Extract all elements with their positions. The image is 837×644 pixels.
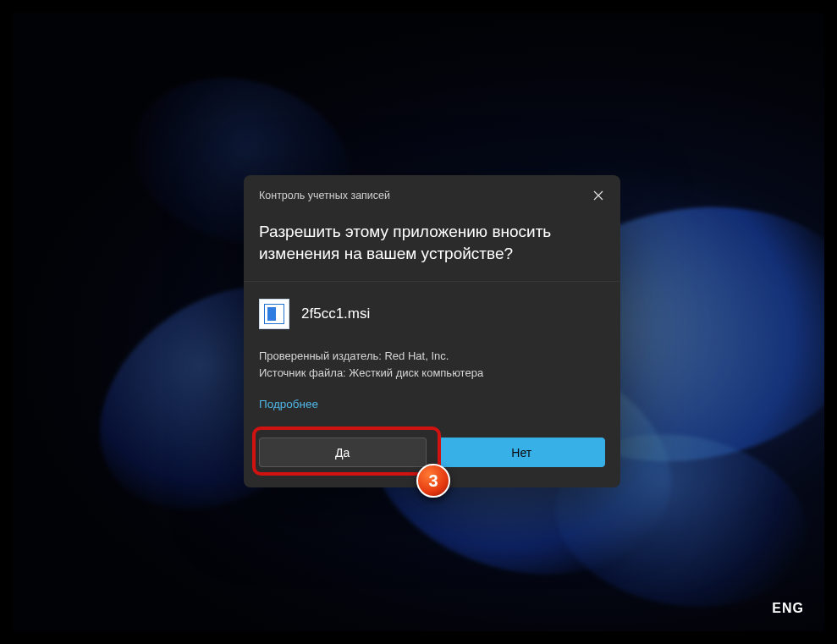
dialog-title: Контроль учетных записей: [259, 190, 390, 201]
dialog-titlebar: Контроль учетных записей: [244, 175, 620, 214]
installer-icon: [259, 299, 289, 329]
publisher-info: Проверенный издатель: Red Hat, Inc. Исто…: [244, 341, 620, 383]
uac-dialog: Контроль учетных записей Разрешить этому…: [244, 175, 620, 487]
verified-publisher-line: Проверенный издатель: Red Hat, Inc.: [259, 348, 605, 365]
close-icon: [593, 190, 603, 201]
dialog-question: Разрешить этому приложению вносить измен…: [244, 214, 620, 281]
app-identity-row: 2f5cc1.msi: [244, 282, 620, 341]
show-more-details-link[interactable]: Подробнее: [244, 383, 333, 427]
close-button[interactable]: [586, 184, 610, 207]
screenshot-frame: Контроль учетных записей Разрешить этому…: [0, 0, 837, 644]
file-origin-line: Источник файла: Жесткий диск компьютера: [259, 365, 605, 382]
button-row: Да Нет: [244, 427, 620, 487]
desktop-secure-background: Контроль учетных записей Разрешить этому…: [13, 13, 824, 631]
input-language-indicator[interactable]: ENG: [772, 601, 804, 616]
yes-button[interactable]: Да: [259, 438, 427, 467]
msi-icon: [264, 304, 284, 324]
app-filename: 2f5cc1.msi: [301, 305, 370, 322]
no-button[interactable]: Нет: [438, 438, 606, 467]
